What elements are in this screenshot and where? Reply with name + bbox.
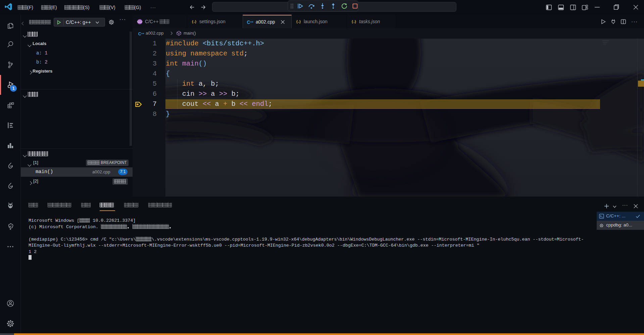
svg-text:}: } <box>355 20 356 24</box>
svg-text:C: C <box>138 31 142 36</box>
svg-text:{: { <box>296 20 298 24</box>
svg-text:C: C <box>247 19 250 25</box>
svg-text:{: { <box>352 20 353 24</box>
svg-text:C/C+: C/C+ <box>138 20 142 23</box>
svg-text:}: } <box>299 20 301 24</box>
svg-text:{: { <box>192 20 193 24</box>
svg-text:}: } <box>195 20 196 24</box>
